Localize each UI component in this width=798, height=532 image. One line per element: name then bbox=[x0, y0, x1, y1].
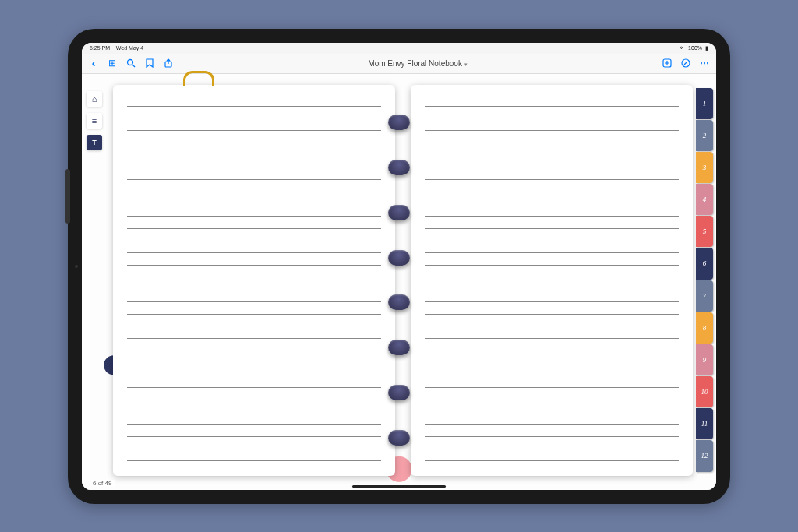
section-tab-1[interactable]: 1 bbox=[696, 88, 713, 119]
section-tab-7[interactable]: 7 bbox=[696, 280, 713, 312]
toolbar-left: ‹ ⊞ bbox=[88, 58, 174, 69]
disc bbox=[388, 205, 410, 220]
document-title[interactable]: Mom Envy Floral Notebook ▾ bbox=[174, 59, 662, 68]
section-tab-5[interactable]: 5 bbox=[696, 216, 713, 247]
disc bbox=[388, 115, 410, 130]
ipad-frame: 6:25 PM Wed May 4 ᯤ 100% ▮ ‹ ⊞ bbox=[68, 29, 730, 504]
share-icon[interactable] bbox=[163, 58, 174, 69]
back-button[interactable]: ‹ bbox=[88, 58, 99, 69]
disc bbox=[388, 250, 410, 266]
battery-icon: ▮ bbox=[705, 45, 708, 51]
svg-point-0 bbox=[128, 60, 133, 65]
grid-icon[interactable]: ⊞ bbox=[107, 58, 118, 69]
ruled-lines bbox=[127, 94, 381, 467]
disc-binding bbox=[388, 85, 410, 476]
svg-line-1 bbox=[132, 65, 135, 67]
gold-clip bbox=[183, 71, 214, 86]
disc bbox=[388, 340, 410, 355]
ruled-lines bbox=[425, 94, 679, 467]
section-tab-11[interactable]: 11 bbox=[696, 408, 713, 439]
disc bbox=[388, 294, 410, 310]
section-tab-9[interactable]: 9 bbox=[696, 344, 713, 375]
section-tab-6[interactable]: 6 bbox=[696, 248, 713, 279]
left-side-tabs: ⌂ ≡ T bbox=[87, 91, 102, 150]
section-tab-10[interactable]: 10 bbox=[696, 376, 713, 407]
section-tab-2[interactable]: 2 bbox=[696, 120, 713, 151]
edit-icon[interactable] bbox=[680, 58, 691, 69]
battery-pct: 100% bbox=[688, 45, 702, 51]
text-tab[interactable]: T bbox=[87, 135, 102, 150]
screen: 6:25 PM Wed May 4 ᯤ 100% ▮ ‹ ⊞ bbox=[82, 43, 716, 490]
section-tab-3[interactable]: 3 bbox=[696, 152, 713, 183]
status-left: 6:25 PM Wed May 4 bbox=[90, 45, 143, 51]
disc bbox=[388, 160, 410, 175]
section-tab-12[interactable]: 12 bbox=[696, 440, 713, 471]
list-tab[interactable]: ≡ bbox=[87, 113, 102, 129]
home-tab[interactable]: ⌂ bbox=[87, 91, 102, 107]
left-page[interactable] bbox=[113, 85, 395, 476]
doc-title-text: Mom Envy Floral Notebook bbox=[368, 59, 462, 68]
page-counter: 6 of 49 bbox=[90, 480, 115, 487]
document-content[interactable]: ⌂ ≡ T 1234 bbox=[82, 74, 716, 490]
search-icon[interactable] bbox=[125, 58, 136, 69]
more-icon[interactable]: ⋯ bbox=[699, 58, 710, 69]
section-tab-8[interactable]: 8 bbox=[696, 312, 713, 344]
right-page[interactable] bbox=[411, 85, 693, 476]
wifi-icon: ᯤ bbox=[680, 45, 685, 51]
bookmark-icon[interactable] bbox=[144, 58, 155, 69]
disc bbox=[388, 430, 410, 446]
home-indicator[interactable] bbox=[352, 485, 446, 488]
add-page-icon[interactable] bbox=[662, 58, 673, 69]
status-time: 6:25 PM bbox=[90, 45, 110, 51]
status-bar: 6:25 PM Wed May 4 ᯤ 100% ▮ bbox=[82, 43, 716, 54]
section-tab-4[interactable]: 4 bbox=[696, 184, 713, 215]
disc bbox=[388, 385, 410, 400]
app-toolbar: ‹ ⊞ Mom Envy Floral Notebook ▾ bbox=[82, 54, 716, 74]
toolbar-right: ⋯ bbox=[662, 58, 710, 69]
section-tabs: 123456789101112 bbox=[696, 88, 713, 473]
status-right: ᯤ 100% ▮ bbox=[680, 45, 708, 51]
camera-dot bbox=[75, 265, 78, 268]
status-date: Wed May 4 bbox=[116, 45, 143, 51]
